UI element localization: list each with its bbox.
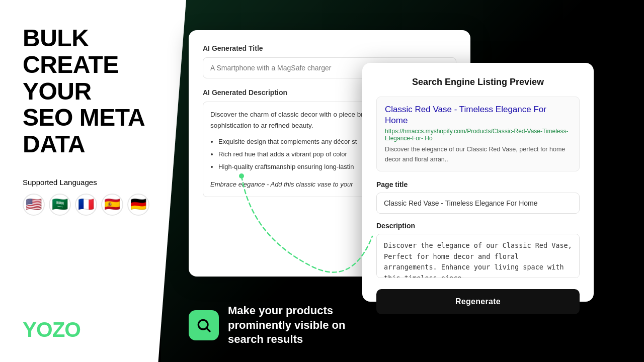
left-panel: BULK CREATE YOUR SEO META DATA Supported…: [0, 0, 186, 362]
search-icon: [196, 317, 212, 333]
bottom-banner: Make your products prominently visible o…: [189, 304, 345, 347]
description-field-label: Description: [376, 222, 580, 230]
svg-line-2: [207, 328, 210, 331]
fr-flag: 🇫🇷: [75, 194, 97, 216]
page-title-input[interactable]: [376, 193, 580, 214]
es-flag: 🇪🇸: [101, 194, 123, 216]
hero-title: BULK CREATE YOUR SEO META DATA: [23, 25, 164, 158]
serp-card: Search Engine Listing Preview Classic Re…: [362, 63, 594, 302]
description-textarea[interactable]: [376, 234, 580, 278]
regenerate-button[interactable]: Regenerate: [376, 289, 580, 314]
sa-flag: 🇸🇦: [49, 194, 71, 216]
banner-text: Make your products prominently visible o…: [228, 304, 345, 347]
serp-description: Discover the elegance of our Classic Red…: [385, 146, 565, 163]
supported-languages-label: Supported Languages: [23, 178, 164, 187]
serp-url: https://hmaccs.myshopify.com/Products/Cl…: [385, 128, 571, 142]
us-flag: 🇺🇸: [23, 194, 45, 216]
de-flag: 🇩🇪: [127, 194, 149, 216]
page-title-label: Page title: [376, 180, 580, 189]
serp-link[interactable]: Classic Red Vase - Timeless Elegance For…: [385, 104, 571, 126]
serp-preview-box: Classic Red Vase - Timeless Elegance For…: [376, 97, 580, 171]
yozo-logo: YOZO: [23, 318, 80, 342]
flags-row: 🇺🇸 🇸🇦 🇫🇷 🇪🇸 🇩🇪: [23, 194, 164, 216]
serp-card-title: Search Engine Listing Preview: [376, 77, 580, 87]
search-icon-box: [189, 310, 219, 340]
ai-title-label: AI Generated Title: [203, 44, 456, 52]
